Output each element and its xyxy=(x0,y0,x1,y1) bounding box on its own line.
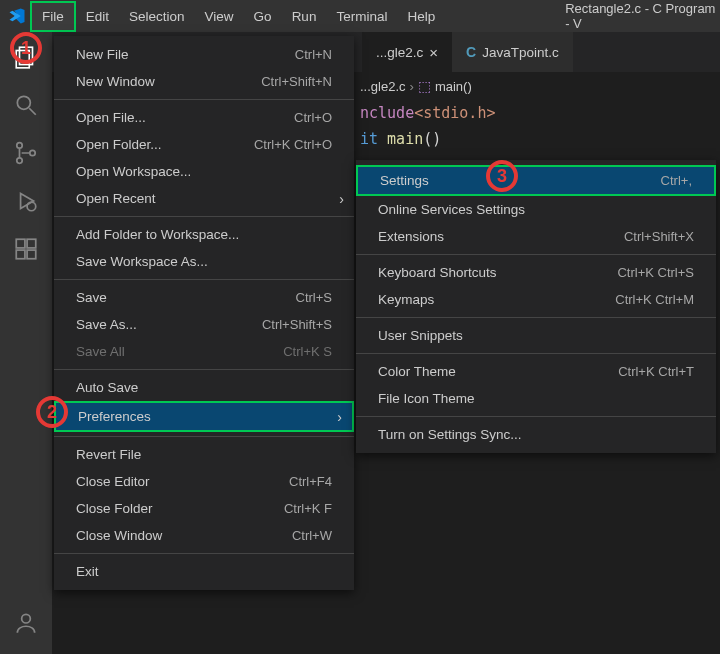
menu-item-shortcut: Ctrl+K Ctrl+S xyxy=(617,265,694,280)
menu-item-label: Revert File xyxy=(76,447,332,462)
menu-separator xyxy=(356,317,716,318)
menu-help[interactable]: Help xyxy=(397,3,445,30)
svg-rect-12 xyxy=(27,250,36,259)
menu-item-auto-save[interactable]: Auto Save xyxy=(54,374,354,401)
menu-item-add-folder-to-workspace[interactable]: Add Folder to Workspace... xyxy=(54,221,354,248)
breadcrumb-file: ...gle2.c xyxy=(360,79,406,94)
menu-item-open-file[interactable]: Open File...Ctrl+O xyxy=(54,104,354,131)
menu-item-close-window[interactable]: Close WindowCtrl+W xyxy=(54,522,354,549)
menu-item-shortcut: Ctrl+Shift+X xyxy=(624,229,694,244)
extensions-icon[interactable] xyxy=(13,236,39,262)
tab-label: ...gle2.c xyxy=(376,45,423,60)
submenu-item-turn-on-settings-sync[interactable]: Turn on Settings Sync... xyxy=(356,421,716,448)
menubar: File Edit Selection View Go Run Terminal… xyxy=(0,0,720,32)
submenu-item-keyboard-shortcuts[interactable]: Keyboard ShortcutsCtrl+K Ctrl+S xyxy=(356,259,716,286)
menu-item-label: Settings xyxy=(380,173,661,188)
code-token: nclude xyxy=(360,104,414,122)
menu-item-close-editor[interactable]: Close EditorCtrl+F4 xyxy=(54,468,354,495)
menu-item-new-window[interactable]: New WindowCtrl+Shift+N xyxy=(54,68,354,95)
menu-item-label: Open Recent xyxy=(76,191,332,206)
menu-item-shortcut: Ctrl+K Ctrl+M xyxy=(615,292,694,307)
menu-separator xyxy=(54,436,354,437)
menu-item-label: Open Folder... xyxy=(76,137,254,152)
menu-item-label: File Icon Theme xyxy=(378,391,694,406)
menu-item-shortcut: Ctrl+W xyxy=(292,528,332,543)
run-debug-icon[interactable] xyxy=(13,188,39,214)
annotation-2: 2 xyxy=(36,396,68,428)
svg-point-2 xyxy=(17,96,30,109)
svg-point-4 xyxy=(17,143,22,148)
annotation-1: 1 xyxy=(10,32,42,64)
breadcrumb-symbol: main() xyxy=(435,79,472,94)
menu-item-shortcut: Ctrl+K F xyxy=(284,501,332,516)
submenu-item-online-services-settings[interactable]: Online Services Settings xyxy=(356,196,716,223)
account-icon[interactable] xyxy=(13,610,39,636)
menu-item-label: Add Folder to Workspace... xyxy=(76,227,332,242)
menu-item-save-as[interactable]: Save As...Ctrl+Shift+S xyxy=(54,311,354,338)
chevron-right-icon: › xyxy=(410,79,414,94)
close-icon[interactable]: × xyxy=(429,44,438,61)
chevron-right-icon: › xyxy=(339,191,344,207)
code-token: () xyxy=(423,130,441,148)
svg-point-13 xyxy=(22,614,31,623)
menu-item-label: Turn on Settings Sync... xyxy=(378,427,694,442)
svg-line-3 xyxy=(29,108,36,115)
menu-item-label: User Snippets xyxy=(378,328,694,343)
menu-separator xyxy=(54,369,354,370)
menu-item-label: Save All xyxy=(76,344,283,359)
menu-item-close-folder[interactable]: Close FolderCtrl+K F xyxy=(54,495,354,522)
menu-item-revert-file[interactable]: Revert File xyxy=(54,441,354,468)
menu-edit[interactable]: Edit xyxy=(76,3,119,30)
submenu-item-color-theme[interactable]: Color ThemeCtrl+K Ctrl+T xyxy=(356,358,716,385)
submenu-item-user-snippets[interactable]: User Snippets xyxy=(356,322,716,349)
menu-item-save-workspace-as[interactable]: Save Workspace As... xyxy=(54,248,354,275)
menu-item-label: Save xyxy=(76,290,296,305)
menu-item-exit[interactable]: Exit xyxy=(54,558,354,585)
menu-separator xyxy=(54,279,354,280)
menu-selection[interactable]: Selection xyxy=(119,3,195,30)
menu-item-label: Exit xyxy=(76,564,332,579)
menu-item-label: Save Workspace As... xyxy=(76,254,332,269)
menu-separator xyxy=(54,553,354,554)
menu-go[interactable]: Go xyxy=(244,3,282,30)
svg-rect-10 xyxy=(27,239,36,248)
file-dropdown-menu: New FileCtrl+NNew WindowCtrl+Shift+NOpen… xyxy=(54,36,354,590)
menu-item-open-folder[interactable]: Open Folder...Ctrl+K Ctrl+O xyxy=(54,131,354,158)
menu-item-shortcut: Ctrl+S xyxy=(296,290,332,305)
menu-file[interactable]: File xyxy=(30,1,76,32)
menu-item-label: Auto Save xyxy=(76,380,332,395)
search-icon[interactable] xyxy=(13,92,39,118)
menu-item-label: Close Editor xyxy=(76,474,289,489)
menu-item-save[interactable]: SaveCtrl+S xyxy=(54,284,354,311)
code-editor[interactable]: nclude<stdio.h> it main() xyxy=(360,100,720,152)
vscode-logo-icon xyxy=(8,7,26,25)
submenu-item-extensions[interactable]: ExtensionsCtrl+Shift+X xyxy=(356,223,716,250)
menu-terminal[interactable]: Terminal xyxy=(326,3,397,30)
tab-label: JavaTpoint.c xyxy=(482,45,559,60)
menu-item-label: New File xyxy=(76,47,295,62)
menu-item-open-workspace[interactable]: Open Workspace... xyxy=(54,158,354,185)
tab-javatpoint[interactable]: C JavaTpoint.c xyxy=(452,32,573,72)
breadcrumbs[interactable]: ...gle2.c › ⬚ main() xyxy=(360,74,720,98)
tab-rectangle2[interactable]: ...gle2.c × xyxy=(362,32,452,72)
svg-point-6 xyxy=(30,150,35,155)
menu-item-label: Keyboard Shortcuts xyxy=(378,265,617,280)
source-control-icon[interactable] xyxy=(13,140,39,166)
menu-item-new-file[interactable]: New FileCtrl+N xyxy=(54,41,354,68)
menu-item-label: Save As... xyxy=(76,317,262,332)
menu-item-open-recent[interactable]: Open Recent› xyxy=(54,185,354,212)
menu-run[interactable]: Run xyxy=(282,3,327,30)
menu-item-preferences[interactable]: Preferences› xyxy=(54,401,354,432)
submenu-item-file-icon-theme[interactable]: File Icon Theme xyxy=(356,385,716,412)
menu-item-shortcut: Ctrl+K S xyxy=(283,344,332,359)
menu-separator xyxy=(356,353,716,354)
menu-item-shortcut: Ctrl+Shift+N xyxy=(261,74,332,89)
submenu-item-settings[interactable]: SettingsCtrl+, xyxy=(356,165,716,196)
menu-item-shortcut: Ctrl+F4 xyxy=(289,474,332,489)
menu-view[interactable]: View xyxy=(195,3,244,30)
menu-item-shortcut: Ctrl+O xyxy=(294,110,332,125)
chevron-right-icon: › xyxy=(337,409,342,425)
code-token: main xyxy=(387,130,423,148)
submenu-item-keymaps[interactable]: KeymapsCtrl+K Ctrl+M xyxy=(356,286,716,313)
menu-item-label: Color Theme xyxy=(378,364,618,379)
